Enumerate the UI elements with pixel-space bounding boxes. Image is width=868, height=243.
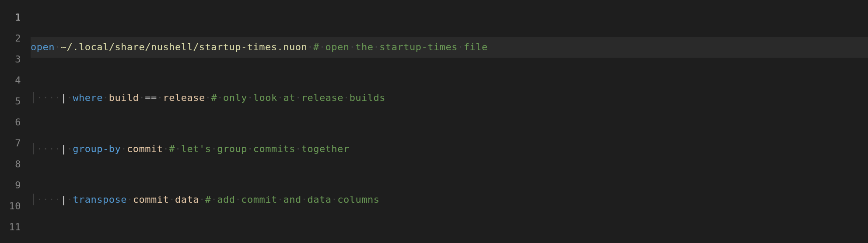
command-token: open — [31, 42, 55, 52]
comment-token: #·let's·group·commits·together — [169, 143, 349, 154]
line-number: 5 — [0, 91, 21, 112]
path-token: ~/.local/share/nushell/startup-times.nuo… — [61, 42, 308, 52]
line-number-gutter: 1 2 3 4 5 6 7 8 9 10 11 — [0, 0, 31, 243]
pipe-token: | — [61, 92, 67, 103]
arg-token: data — [175, 194, 199, 205]
code-line: │····|·where·build·==·release·#·only·loo… — [31, 87, 868, 108]
comment-token: #·open·the·startup-times·file — [313, 42, 488, 52]
line-number: 6 — [0, 112, 21, 133]
field-token: build — [109, 92, 139, 103]
line-number: 2 — [0, 28, 21, 49]
code-line: open·~/.local/share/nushell/startup-time… — [31, 37, 868, 58]
arg-token: commit — [127, 143, 163, 154]
command-token: group-by — [73, 143, 121, 154]
command-token: transpose — [73, 194, 127, 205]
arg-token: commit — [133, 194, 169, 205]
line-number: 4 — [0, 70, 21, 91]
line-number: 10 — [0, 196, 21, 217]
indent-guide: │ — [31, 92, 37, 103]
command-token: where — [73, 92, 103, 103]
line-number: 8 — [0, 154, 21, 175]
code-editor: 1 2 3 4 5 6 7 8 9 10 11 open·~/.local/sh… — [0, 0, 868, 243]
line-number: 7 — [0, 133, 21, 154]
line-number: 11 — [0, 217, 21, 238]
line-number: 3 — [0, 49, 21, 70]
whitespace-dot: · — [307, 42, 313, 52]
code-area[interactable]: open·~/.local/share/nushell/startup-time… — [31, 0, 868, 243]
line-number: 9 — [0, 175, 21, 196]
operator-token: == — [145, 92, 157, 103]
comment-token: #·add·commit·and·data·columns — [205, 194, 380, 205]
value-token: release — [163, 92, 205, 103]
code-line: │····|·upsert·perf·{|r|·#·let's·add·a·pe… — [31, 240, 868, 243]
line-number: 1 — [0, 7, 21, 28]
comment-token: #·only·look·at·release·builds — [211, 92, 385, 103]
whitespace-dot: · — [55, 42, 61, 52]
code-line: │····|·transpose·commit·data·#·add·commi… — [31, 189, 868, 210]
code-line: │····|·group-by·commit·#·let's·group·com… — [31, 139, 868, 160]
